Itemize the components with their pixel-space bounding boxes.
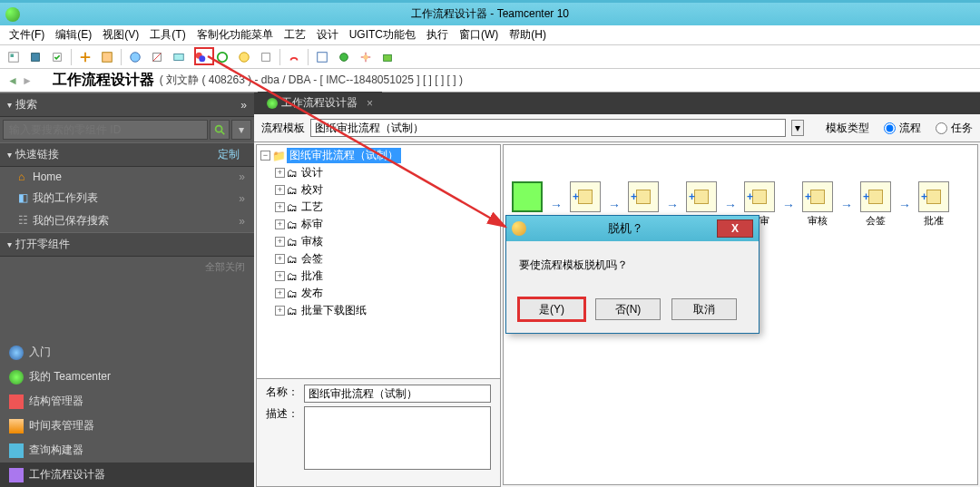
prop-name-input[interactable] bbox=[304, 385, 491, 403]
menu-window[interactable]: 窗口(W) bbox=[454, 25, 504, 44]
toolbar-btn-1[interactable] bbox=[4, 47, 24, 67]
tree-expander-icon[interactable]: + bbox=[275, 219, 285, 229]
nav-workflow-designer[interactable]: 工作流程设计器 bbox=[0, 463, 254, 487]
tree-item-8[interactable]: +🗂批量下载图纸 bbox=[259, 302, 498, 319]
nav-my-teamcenter[interactable]: 我的 Teamcenter bbox=[0, 365, 254, 389]
tree-item-5[interactable]: +🗂会签 bbox=[259, 250, 498, 268]
toolbar-btn-6[interactable] bbox=[125, 47, 145, 67]
flow-node-会签[interactable]: +会签 bbox=[858, 181, 894, 228]
dialog-titlebar[interactable]: 脱机？ X bbox=[506, 216, 759, 241]
quicklink-savedsearch[interactable]: ☷我的已保存搜索» bbox=[0, 209, 254, 232]
toolbar-btn-7[interactable] bbox=[147, 47, 167, 67]
customize-link[interactable]: 定制 bbox=[218, 147, 247, 162]
menu-help[interactable]: 帮助(H) bbox=[504, 25, 552, 44]
plus-icon: + bbox=[631, 190, 637, 203]
tree-root[interactable]: − 📁 图纸审批流程（试制） bbox=[259, 147, 498, 164]
search-button[interactable] bbox=[210, 120, 230, 140]
search-collapse-icon[interactable]: » bbox=[240, 99, 247, 112]
toolbar-btn-17[interactable] bbox=[377, 47, 397, 67]
tree-item-7[interactable]: +🗂发布 bbox=[259, 285, 498, 302]
menu-design[interactable]: 设计 bbox=[311, 25, 344, 44]
tree-item-2[interactable]: +🗂工艺 bbox=[259, 199, 498, 216]
toolbar-btn-2[interactable] bbox=[25, 47, 45, 67]
toolbar-btn-4[interactable] bbox=[75, 47, 95, 67]
nav-back-icon[interactable]: ◄ bbox=[7, 74, 18, 87]
flow-node-审核[interactable]: +审核 bbox=[799, 181, 836, 228]
toolbar-btn-13[interactable] bbox=[284, 47, 304, 67]
tree-expander-icon[interactable]: + bbox=[275, 254, 285, 264]
search-input[interactable] bbox=[3, 120, 208, 140]
menu-execute[interactable]: 执行 bbox=[421, 25, 454, 44]
dialog-cancel-button[interactable]: 取消 bbox=[671, 298, 737, 320]
flow-arrow: → bbox=[720, 198, 741, 212]
tree-item-4[interactable]: +🗂审核 bbox=[259, 233, 498, 250]
toolbar-btn-3[interactable] bbox=[47, 47, 67, 67]
task-icon: 🗂 bbox=[287, 287, 299, 300]
radio-process-input[interactable] bbox=[884, 122, 896, 134]
tree-root-label: 图纸审批流程（试制） bbox=[287, 148, 401, 163]
quicklinks-header[interactable]: ▾快速链接 定制 bbox=[0, 142, 254, 167]
dialog-no-button[interactable]: 否(N) bbox=[595, 298, 661, 320]
toolbar-btn-14[interactable] bbox=[312, 47, 332, 67]
tree-expander-icon[interactable]: + bbox=[275, 168, 285, 178]
nav-query-builder[interactable]: 查询构建器 bbox=[0, 438, 254, 463]
toolbar-btn-10[interactable] bbox=[212, 47, 232, 67]
tree-expander-icon[interactable]: + bbox=[275, 185, 285, 195]
quicklink-worklist[interactable]: ◧我的工作列表» bbox=[0, 187, 254, 209]
tree-expander-icon[interactable]: + bbox=[275, 271, 285, 281]
toolbar-btn-12[interactable] bbox=[256, 47, 276, 67]
menu-edit[interactable]: 编辑(E) bbox=[50, 25, 97, 44]
nav-label-5: 工作流程设计器 bbox=[29, 467, 105, 482]
radio-task[interactable]: 任务 bbox=[936, 121, 973, 136]
opencomp-header[interactable]: ▾打开零组件 bbox=[0, 232, 254, 257]
tree-item-0[interactable]: +🗂设计 bbox=[259, 164, 498, 181]
filter-dropdown-icon[interactable]: ▾ bbox=[791, 120, 804, 136]
dialog-yes-button[interactable]: 是(Y) bbox=[519, 298, 584, 320]
app-icon bbox=[5, 7, 20, 22]
menu-custom[interactable]: 客制化功能菜单 bbox=[191, 25, 279, 44]
search-section-header[interactable]: ▾搜索 » bbox=[0, 93, 254, 117]
properties-panel: 名称： 描述： bbox=[256, 378, 501, 487]
quicklink-savedsearch-label: 我的已保存搜索 bbox=[33, 214, 109, 227]
tab-close-icon[interactable]: × bbox=[367, 97, 373, 110]
menu-file[interactable]: 文件(F) bbox=[4, 25, 50, 44]
nav-getting-started[interactable]: 入门 bbox=[0, 340, 254, 365]
flow-arrow: → bbox=[662, 198, 683, 212]
nav-schedule-manager[interactable]: 时间表管理器 bbox=[0, 414, 254, 438]
flow-arrow: → bbox=[778, 198, 799, 212]
flow-node-批准[interactable]: +批准 bbox=[916, 181, 952, 228]
tree-expander-icon[interactable]: + bbox=[275, 306, 285, 316]
tree-expander-icon[interactable]: + bbox=[275, 202, 285, 212]
tree-expander-icon[interactable]: + bbox=[275, 288, 285, 298]
plus-icon: + bbox=[805, 190, 811, 203]
radio-task-input[interactable] bbox=[936, 122, 947, 134]
radio-process[interactable]: 流程 bbox=[884, 121, 921, 136]
toolbar-btn-8[interactable] bbox=[169, 47, 189, 67]
search-dropdown[interactable]: ▾ bbox=[231, 120, 251, 140]
tree-item-6[interactable]: +🗂批准 bbox=[259, 268, 498, 285]
plus-icon: + bbox=[689, 190, 695, 203]
menu-ugitc[interactable]: UGITC功能包 bbox=[344, 25, 421, 44]
toolbar-btn-5[interactable] bbox=[97, 47, 117, 67]
svg-point-15 bbox=[363, 54, 368, 59]
template-name-input[interactable] bbox=[310, 119, 786, 137]
menu-process[interactable]: 工艺 bbox=[279, 25, 311, 44]
menu-view[interactable]: 视图(V) bbox=[97, 25, 144, 44]
tree-item-3[interactable]: +🗂标审 bbox=[259, 216, 498, 233]
close-all-link[interactable]: 全部关闭 bbox=[0, 257, 254, 278]
quicklink-home[interactable]: ⌂Home» bbox=[0, 167, 254, 187]
dialog-close-button[interactable]: X bbox=[717, 219, 753, 238]
toolbar-btn-16[interactable] bbox=[356, 47, 376, 67]
nav-structure-manager[interactable]: 结构管理器 bbox=[0, 389, 254, 414]
toolbar-btn-11[interactable] bbox=[234, 47, 254, 67]
svg-rect-3 bbox=[103, 52, 113, 62]
tab-workflow-designer[interactable]: 工作流程设计器 × bbox=[258, 92, 382, 114]
tree-expander-icon[interactable]: − bbox=[260, 151, 270, 161]
toolbar-btn-15[interactable] bbox=[334, 47, 354, 67]
nav-fwd-icon[interactable]: ► bbox=[22, 74, 33, 87]
tree-expander-icon[interactable]: + bbox=[275, 237, 285, 247]
toolbar-offline-button[interactable] bbox=[191, 47, 211, 67]
prop-desc-input[interactable] bbox=[304, 406, 491, 470]
menu-tools[interactable]: 工具(T) bbox=[144, 25, 191, 44]
tree-item-1[interactable]: +🗂校对 bbox=[259, 181, 498, 199]
